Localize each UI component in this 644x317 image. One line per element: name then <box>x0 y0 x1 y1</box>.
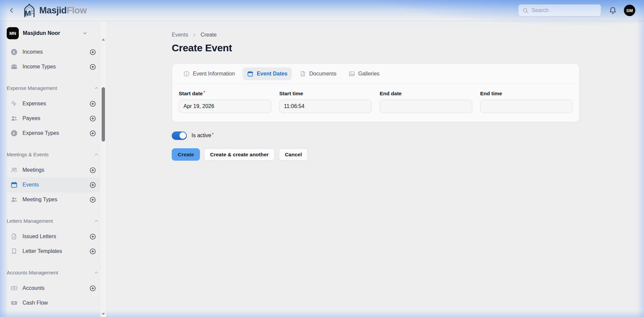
create-create-another-button[interactable]: Create & create another <box>204 148 275 161</box>
section-header-meetings-events[interactable]: Meetings & Events <box>7 149 100 159</box>
cancel-button[interactable]: Cancel <box>279 148 308 161</box>
sidebar-item-expense-types[interactable]: £Expense Types <box>7 126 100 141</box>
sidebar-item-label: Cash Flow <box>22 300 96 306</box>
notifications-button[interactable] <box>608 6 617 15</box>
sidebar-item-meeting-types[interactable]: Meeting Types <box>7 192 100 207</box>
sidebar-item-label: Issued Letters <box>22 233 85 240</box>
add-incomes-button[interactable] <box>89 49 96 56</box>
info-circle-icon <box>183 70 190 77</box>
brand-wordmark: MasjidFlow <box>39 5 87 16</box>
masjidflow-logo[interactable]: M F MasjidFlow <box>21 3 87 18</box>
nav-group-expense-management: Expense ManagementExpensesPayees£Expense… <box>7 83 100 141</box>
sidebar-item-accounts[interactable]: Accounts <box>7 281 100 296</box>
is-active-toggle[interactable] <box>172 131 187 140</box>
end-date-input[interactable] <box>380 100 472 113</box>
create-event-card: Event InformationEvent DatesDocumentsGal… <box>172 63 580 122</box>
brand-light: Flow <box>67 5 87 15</box>
page-title: Create Event <box>172 42 580 54</box>
nav-group-incomes: £IncomesIncome Types <box>7 45 100 74</box>
org-name: Masjidun Noor <box>23 30 78 36</box>
nav-group-meetings-events: Meetings & EventsMeetingsEventsMeeting T… <box>7 149 100 207</box>
add-expenses-button[interactable] <box>89 100 96 107</box>
chevron-up-icon <box>94 270 99 275</box>
tab-label: Documents <box>309 71 336 77</box>
back-button[interactable] <box>7 5 17 15</box>
add-accounts-button[interactable] <box>89 285 96 292</box>
add-letter-templates-button[interactable] <box>89 248 96 255</box>
calendar-icon <box>247 70 254 77</box>
org-avatar: MN <box>7 27 19 39</box>
plus-circle-icon <box>89 233 96 240</box>
add-expense-types-button[interactable] <box>89 130 96 137</box>
plus-circle-icon <box>89 49 96 56</box>
org-switcher[interactable]: MN Masjidun Noor <box>7 27 100 39</box>
sidebar-item-letter-templates[interactable]: Letter Templates <box>7 244 100 259</box>
search-input[interactable] <box>532 7 597 13</box>
plus-circle-icon <box>89 248 96 255</box>
users-outline-icon <box>10 166 18 174</box>
add-payees-button[interactable] <box>89 115 96 122</box>
mosque-logo-icon: M F <box>21 3 37 18</box>
is-active-label: Is active <box>192 133 214 139</box>
section-header-accounts-management[interactable]: Accounts Management <box>7 267 100 277</box>
cursor-click-icon <box>10 100 18 107</box>
add-meeting-types-button[interactable] <box>89 196 96 203</box>
breadcrumb-create: Create <box>201 32 217 38</box>
section-header-letters-management[interactable]: Letters Management <box>7 216 100 226</box>
breadcrumb-events[interactable]: Events <box>172 32 188 38</box>
nav-group-letters-management: Letters ManagementIssued LettersLetter T… <box>7 216 100 259</box>
end-time-input[interactable] <box>480 100 573 113</box>
scroll-down-arrow-icon[interactable] <box>102 313 105 315</box>
start-date-label: Start date <box>179 91 271 97</box>
bell-icon <box>608 6 617 15</box>
tab-label: Event Information <box>193 71 235 77</box>
sidebar-item-expenses[interactable]: Expenses <box>7 96 100 111</box>
chevron-up-icon <box>94 152 99 157</box>
plus-circle-icon <box>89 115 96 122</box>
sidebar-item-payees[interactable]: Payees <box>7 111 100 126</box>
add-issued-letters-button[interactable] <box>89 233 96 240</box>
brand-bold: Masjid <box>39 5 67 15</box>
add-income-types-button[interactable] <box>89 63 96 70</box>
wallet-icon <box>10 63 18 70</box>
user-avatar[interactable]: SM <box>624 5 635 16</box>
plus-circle-icon <box>89 181 96 189</box>
create-button[interactable]: Create <box>172 148 200 161</box>
sidebar-scrollbar[interactable] <box>101 21 106 317</box>
calendar-icon <box>10 181 18 189</box>
add-events-button[interactable] <box>89 181 96 189</box>
section-label: Letters Management <box>7 218 53 224</box>
sidebar-item-cash-flow[interactable]: Cash Flow <box>7 296 100 310</box>
sidebar-item-events[interactable]: Events <box>7 177 100 192</box>
pound-circle-icon: £ <box>10 48 18 56</box>
tab-documents[interactable]: Documents <box>295 67 341 80</box>
start-time-input[interactable] <box>279 100 372 113</box>
users-solid-icon <box>10 115 18 122</box>
sidebar-item-incomes[interactable]: £Incomes <box>7 45 100 59</box>
users-solid-icon <box>10 196 18 203</box>
sidebar-item-label: Payees <box>22 115 85 121</box>
field-end-time: End time <box>480 91 573 113</box>
plus-circle-icon <box>89 130 96 137</box>
chevron-down-icon <box>82 30 88 36</box>
scroll-up-arrow-icon[interactable] <box>102 39 105 41</box>
sidebar-item-meetings[interactable]: Meetings <box>7 163 100 177</box>
tab-event-information[interactable]: Event Information <box>179 67 239 80</box>
event-dates-fields: Start dateStart timeEnd dateEnd time <box>172 84 579 122</box>
start-date-input[interactable] <box>179 100 271 113</box>
tab-event-dates[interactable]: Event Dates <box>243 67 292 80</box>
sidebar-item-income-types[interactable]: Income Types <box>7 59 100 74</box>
plus-circle-icon <box>89 63 96 70</box>
sidebar-item-label: Income Types <box>22 64 85 70</box>
form-actions: CreateCreate & create anotherCancel <box>172 148 580 161</box>
add-meetings-button[interactable] <box>89 167 96 174</box>
sidebar-item-label: Events <box>22 182 85 188</box>
section-header-expense-management[interactable]: Expense Management <box>7 83 100 93</box>
plus-circle-icon <box>89 285 96 292</box>
toggle-knob <box>179 132 186 139</box>
sidebar-item-issued-letters[interactable]: Issued Letters <box>7 229 100 244</box>
field-end-date: End date <box>380 91 472 113</box>
sidebar-scrollbar-thumb[interactable] <box>102 87 105 142</box>
tab-galleries[interactable]: Galleries <box>344 67 384 80</box>
banknote-outline-icon <box>10 284 18 292</box>
